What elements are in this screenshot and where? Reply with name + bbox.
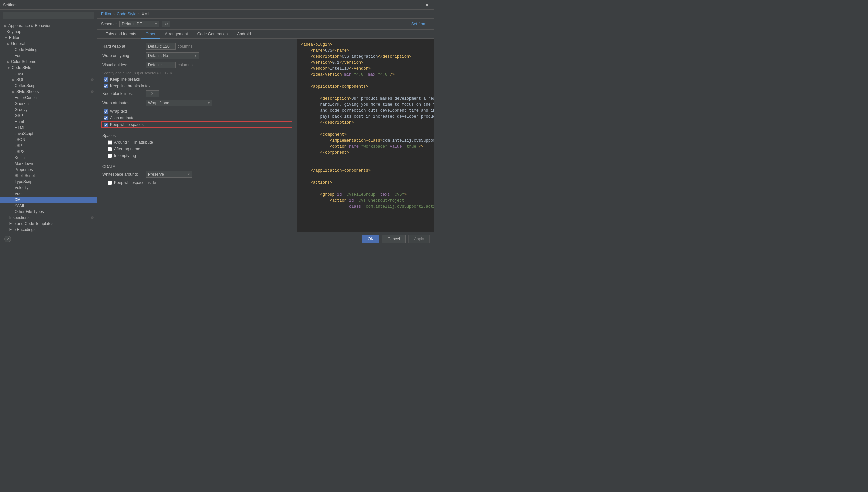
sidebar-item-label: Editor xyxy=(9,35,19,40)
after-tag-name-checkbox[interactable] xyxy=(108,147,112,151)
arrow-icon xyxy=(13,96,13,100)
wrap-typing-select[interactable]: Default: No Yes No xyxy=(146,52,199,59)
tab-other[interactable]: Other xyxy=(141,30,160,39)
keep-blank-lines-input[interactable] xyxy=(146,90,159,97)
arrow-icon xyxy=(13,198,13,202)
sidebar-item-jsp[interactable]: JSP xyxy=(0,143,97,149)
visual-guides-unit: columns xyxy=(178,63,193,67)
sidebar-item-coffeescript[interactable]: CoffeeScript xyxy=(0,83,97,89)
tree-area: ▶ Appearance & Behavior Keymap ▼ Editor … xyxy=(0,21,97,232)
keep-white-spaces-label[interactable]: Keep white spaces xyxy=(110,122,144,127)
settings-icon[interactable]: ⚙ xyxy=(91,78,94,82)
settings-icon[interactable]: ⚙ xyxy=(91,90,94,94)
sidebar-item-json[interactable]: JSON xyxy=(0,137,97,143)
sidebar-item-groovy[interactable]: Groovy xyxy=(0,107,97,113)
around-eq-label[interactable]: Around "=" in attribute xyxy=(114,140,153,145)
sidebar-item-label: Color Scheme xyxy=(11,59,36,64)
arrow-icon: ▶ xyxy=(7,42,10,46)
wrap-attributes-select[interactable]: Wrap if long Wrap always Do not wrap Cho… xyxy=(146,100,212,106)
sidebar-item-javascript[interactable]: JavaScript xyxy=(0,131,97,137)
search-input[interactable] xyxy=(3,12,94,19)
around-eq-checkbox[interactable] xyxy=(108,140,112,145)
scheme-select[interactable]: Default IDE xyxy=(119,21,159,27)
breadcrumb-codestyle[interactable]: Code Style xyxy=(117,12,137,16)
arrow-icon xyxy=(13,132,13,136)
sidebar-item-code-style[interactable]: ▼ Code Style xyxy=(0,65,97,71)
sidebar-item-sql[interactable]: ▶ SQL ⚙ xyxy=(0,77,97,83)
code-line: class="com.intellij.cvsSupport2.actions.… xyxy=(301,204,430,210)
scheme-gear-button[interactable]: ⚙ xyxy=(162,21,170,27)
sidebar-item-jspx[interactable]: JSPX xyxy=(0,149,97,155)
sidebar-item-yaml[interactable]: YAML xyxy=(0,203,97,209)
ok-button[interactable]: OK xyxy=(362,235,379,243)
settings-icon[interactable]: ⚙ xyxy=(91,216,94,220)
after-tag-name-label[interactable]: After tag name xyxy=(114,147,140,151)
spaces-section-label: Spaces xyxy=(102,133,291,138)
sidebar-item-label: Vue xyxy=(15,191,22,196)
sidebar-item-haml[interactable]: Haml xyxy=(0,119,97,125)
align-attributes-label[interactable]: Align attributes xyxy=(110,116,137,120)
sidebar-item-file-encodings[interactable]: File Encodings xyxy=(0,227,97,232)
keep-line-breaks-checkbox[interactable] xyxy=(104,77,108,82)
wrap-text-checkbox[interactable] xyxy=(104,109,108,114)
sidebar-item-java[interactable]: Java xyxy=(0,71,97,77)
align-attributes-checkbox[interactable] xyxy=(104,116,108,120)
code-line: <description>Our product makes developme… xyxy=(301,96,430,102)
search-box xyxy=(0,10,97,21)
scheme-label: Scheme: xyxy=(101,22,117,26)
sidebar-item-file-code-templates[interactable]: File and Code Templates xyxy=(0,221,97,227)
sidebar-item-kotlin[interactable]: Kotlin xyxy=(0,155,97,161)
visual-guides-input[interactable] xyxy=(146,62,176,68)
sidebar-item-vue[interactable]: Vue xyxy=(0,191,97,197)
sidebar-item-markdown[interactable]: Markdown xyxy=(0,161,97,167)
sidebar-item-gherkin[interactable]: Gherkin xyxy=(0,101,97,107)
sidebar-item-shell-script[interactable]: Shell Script xyxy=(0,173,97,179)
sidebar-item-label: File and Code Templates xyxy=(9,221,54,226)
apply-button[interactable]: Apply xyxy=(408,235,430,243)
sidebar-item-editor[interactable]: ▼ Editor xyxy=(0,35,97,41)
sidebar-item-velocity[interactable]: Velocity xyxy=(0,184,97,191)
sidebar-item-editorconfig[interactable]: EditorConfig xyxy=(0,95,97,101)
keep-line-breaks-text-checkbox[interactable] xyxy=(104,84,108,88)
keep-line-breaks-label[interactable]: Keep line breaks xyxy=(110,77,140,82)
set-from-link[interactable]: Set from... xyxy=(411,22,430,26)
sidebar-item-font[interactable]: Font xyxy=(0,53,97,59)
sidebar-item-gsp[interactable]: GSP xyxy=(0,113,97,119)
help-button[interactable]: ? xyxy=(4,236,11,242)
sidebar-item-label: JavaScript xyxy=(15,131,33,136)
tab-tabs-indents[interactable]: Tabs and Indents xyxy=(101,30,141,39)
tab-arrangement[interactable]: Arrangement xyxy=(160,30,192,39)
sidebar-item-keymap[interactable]: Keymap xyxy=(0,29,97,35)
sidebar-item-typescript[interactable]: TypeScript xyxy=(0,179,97,184)
sidebar-item-xml[interactable]: XML xyxy=(0,197,97,203)
sidebar-item-label: Properties xyxy=(15,167,33,172)
sidebar-item-properties[interactable]: Properties xyxy=(0,167,97,173)
code-line xyxy=(301,126,430,132)
arrow-icon xyxy=(13,186,13,190)
sidebar-item-general[interactable]: ▶ General xyxy=(0,41,97,47)
hard-wrap-input[interactable] xyxy=(146,43,176,50)
sidebar-item-other-file-types[interactable]: Other File Types xyxy=(0,209,97,215)
sidebar-item-style-sheets[interactable]: ▶ Style Sheets ⚙ xyxy=(0,89,97,95)
sidebar-item-appearance[interactable]: ▶ Appearance & Behavior xyxy=(0,23,97,29)
whitespace-around-select[interactable]: Preserve None New Line xyxy=(146,171,192,178)
sidebar-item-label: TypeScript xyxy=(15,179,34,184)
keep-white-spaces-checkbox[interactable] xyxy=(104,123,108,127)
sidebar-item-inspections[interactable]: Inspections ⚙ xyxy=(0,215,97,221)
in-empty-tag-label[interactable]: In empty tag xyxy=(114,153,136,158)
keep-whitespace-inside-label[interactable]: Keep whitespace inside xyxy=(114,180,156,185)
code-line: <component> xyxy=(301,132,430,138)
cancel-button[interactable]: Cancel xyxy=(382,235,406,243)
keep-whitespace-inside-checkbox[interactable] xyxy=(108,181,112,185)
in-empty-tag-checkbox[interactable] xyxy=(108,154,112,158)
sidebar-item-html[interactable]: HTML xyxy=(0,125,97,131)
tab-code-generation[interactable]: Code Generation xyxy=(193,30,232,39)
sidebar-item-code-editing[interactable]: Code Editing xyxy=(0,47,97,53)
wrap-text-label[interactable]: Wrap text xyxy=(110,109,127,114)
code-line: <action id="Cvs.CheckoutProject" xyxy=(301,198,430,204)
tab-android[interactable]: Android xyxy=(232,30,255,39)
close-button[interactable]: ✕ xyxy=(423,2,431,8)
keep-line-breaks-text-label[interactable]: Keep line breaks in text xyxy=(110,84,152,88)
sidebar-item-color-scheme[interactable]: ▶ Color Scheme xyxy=(0,59,97,65)
breadcrumb-editor[interactable]: Editor xyxy=(101,12,111,16)
